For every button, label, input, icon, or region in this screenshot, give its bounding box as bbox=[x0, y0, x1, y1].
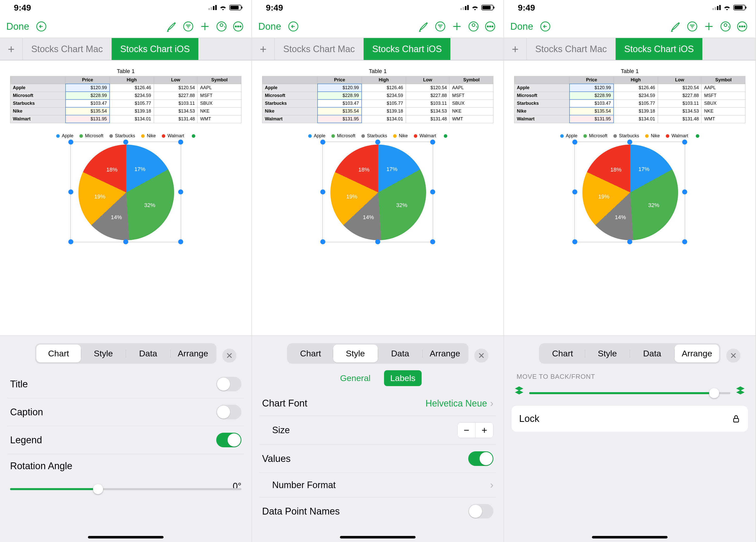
seg-data[interactable]: Data bbox=[378, 344, 423, 362]
brush-icon[interactable] bbox=[165, 19, 179, 34]
selection-handle[interactable] bbox=[123, 239, 128, 244]
row-caption: Caption bbox=[8, 398, 244, 426]
row-size: Size − + bbox=[260, 416, 496, 445]
arrange-slider[interactable] bbox=[529, 392, 730, 394]
title-toggle[interactable] bbox=[216, 377, 241, 391]
values-toggle[interactable] bbox=[468, 451, 493, 466]
seg-style[interactable]: Style bbox=[585, 344, 630, 362]
toolbar: Done bbox=[0, 15, 251, 38]
done-button[interactable]: Done bbox=[510, 21, 533, 32]
pie-chart[interactable]: 17%32%14%19%18% bbox=[582, 145, 678, 240]
data-table[interactable]: Price High Low Symbol Apple$120.99$126.4… bbox=[10, 76, 241, 123]
selection-handle[interactable] bbox=[123, 140, 128, 145]
pie-chart-selected[interactable]: 17%32%14%19%18% bbox=[322, 142, 433, 242]
more-icon[interactable] bbox=[483, 19, 497, 34]
done-button[interactable]: Done bbox=[6, 21, 29, 32]
seg-chart[interactable]: Chart bbox=[36, 344, 81, 362]
tab-mac[interactable]: Stocks Chart Mac bbox=[23, 38, 112, 60]
close-inspector-button[interactable]: ✕ bbox=[726, 348, 740, 363]
selection-handle[interactable] bbox=[68, 140, 73, 145]
seg-arrange[interactable]: Arrange bbox=[171, 344, 215, 362]
selection-handle[interactable] bbox=[178, 140, 183, 145]
subseg-labels[interactable]: Labels bbox=[384, 370, 421, 386]
svg-point-19 bbox=[724, 24, 727, 26]
close-inspector-button[interactable]: ✕ bbox=[222, 348, 236, 363]
canvas[interactable]: Table 1 Price High Low Symbol Apple$120.… bbox=[0, 60, 251, 335]
inspector-segmented[interactable]: Chart Style Data Arrange bbox=[35, 343, 216, 364]
size-increment[interactable]: + bbox=[476, 423, 493, 438]
inspector-chart: Chart Style Data Arrange ✕ Title Caption… bbox=[0, 335, 251, 542]
selection-handle[interactable] bbox=[178, 239, 183, 244]
tab-mac[interactable]: Stocks Chart Mac bbox=[527, 38, 616, 60]
subseg-general[interactable]: General bbox=[334, 370, 376, 386]
tab-ios[interactable]: Stocks Chart iOS bbox=[364, 38, 451, 60]
add-sheet-button[interactable]: + bbox=[504, 38, 527, 60]
dpn-toggle[interactable] bbox=[468, 504, 493, 519]
row-number-format[interactable]: Number Format › bbox=[260, 473, 496, 497]
brush-icon[interactable] bbox=[417, 19, 431, 34]
home-indicator[interactable] bbox=[88, 536, 164, 538]
status-bar: 9:49 bbox=[504, 0, 755, 15]
share-icon[interactable] bbox=[466, 19, 481, 34]
undo-icon[interactable] bbox=[538, 19, 552, 34]
home-indicator[interactable] bbox=[340, 536, 416, 538]
share-icon[interactable] bbox=[214, 19, 229, 34]
home-indicator[interactable] bbox=[592, 536, 668, 538]
legend-toggle[interactable] bbox=[216, 433, 241, 447]
tab-mac[interactable]: Stocks Chart Mac bbox=[275, 38, 364, 60]
undo-icon[interactable] bbox=[34, 19, 48, 34]
pie-chart[interactable]: 17%32%14%19%18% bbox=[78, 145, 174, 240]
more-icon[interactable] bbox=[735, 19, 749, 34]
filter-icon[interactable] bbox=[433, 19, 447, 34]
size-decrement[interactable]: − bbox=[458, 423, 475, 438]
status-indicators bbox=[208, 5, 241, 10]
more-icon[interactable] bbox=[231, 19, 245, 34]
seg-chart[interactable]: Chart bbox=[540, 344, 585, 362]
inspector-segmented[interactable]: Chart Style Data Arrange bbox=[539, 343, 720, 364]
canvas[interactable]: Table 1 PriceHighLowSymbol Apple$120.99$… bbox=[252, 60, 503, 335]
toolbar: Done bbox=[504, 15, 755, 38]
pie-chart-selected[interactable]: 17%32%14%19%18% bbox=[574, 142, 685, 242]
plus-icon[interactable] bbox=[198, 19, 212, 34]
legend-swatch bbox=[162, 134, 165, 138]
pie-chart[interactable]: 17%32%14%19%18% bbox=[330, 145, 426, 240]
tab-ios[interactable]: Stocks Chart iOS bbox=[112, 38, 199, 60]
done-button[interactable]: Done bbox=[258, 21, 281, 32]
row-chart-font[interactable]: Chart Font Helvetica Neue› bbox=[260, 391, 496, 416]
status-indicators bbox=[460, 5, 493, 10]
plus-icon[interactable] bbox=[450, 19, 464, 34]
tab-ios[interactable]: Stocks Chart iOS bbox=[616, 38, 703, 60]
add-sheet-button[interactable]: + bbox=[252, 38, 275, 60]
seg-style[interactable]: Style bbox=[333, 344, 378, 362]
legend-swatch bbox=[79, 134, 83, 138]
status-bar: 9:49 bbox=[0, 0, 251, 15]
filter-icon[interactable] bbox=[181, 19, 195, 34]
style-subseg[interactable]: General Labels bbox=[260, 370, 496, 386]
inspector-segmented[interactable]: Chart Style Data Arrange bbox=[287, 343, 468, 364]
size-stepper[interactable]: − + bbox=[457, 422, 493, 438]
seg-arrange[interactable]: Arrange bbox=[423, 344, 467, 362]
rotation-slider[interactable] bbox=[10, 488, 241, 490]
caption-toggle[interactable] bbox=[216, 405, 241, 419]
seg-arrange[interactable]: Arrange bbox=[675, 344, 719, 362]
filter-icon[interactable] bbox=[685, 19, 699, 34]
seg-chart[interactable]: Chart bbox=[288, 344, 333, 362]
selection-handle[interactable] bbox=[68, 239, 73, 244]
data-table[interactable]: PriceHighLowSymbol Apple$120.99$126.46$1… bbox=[262, 76, 493, 123]
seg-style[interactable]: Style bbox=[81, 344, 126, 362]
pie-chart-selected[interactable]: 17%32%14%19%18% bbox=[70, 142, 181, 242]
selection-handle[interactable] bbox=[178, 190, 183, 195]
add-sheet-button[interactable]: + bbox=[0, 38, 23, 60]
legend-swatch bbox=[109, 134, 113, 138]
plus-icon[interactable] bbox=[702, 19, 716, 34]
share-icon[interactable] bbox=[718, 19, 733, 34]
brush-icon[interactable] bbox=[669, 19, 683, 34]
selection-handle[interactable] bbox=[68, 190, 73, 195]
seg-data[interactable]: Data bbox=[126, 344, 171, 362]
canvas[interactable]: Table 1 PriceHighLowSymbol Apple$120.99$… bbox=[504, 60, 755, 335]
undo-icon[interactable] bbox=[286, 19, 300, 34]
close-inspector-button[interactable]: ✕ bbox=[474, 348, 488, 363]
data-table[interactable]: PriceHighLowSymbol Apple$120.99$126.46$1… bbox=[514, 76, 745, 123]
seg-data[interactable]: Data bbox=[630, 344, 675, 362]
row-lock[interactable]: Lock bbox=[512, 406, 748, 432]
